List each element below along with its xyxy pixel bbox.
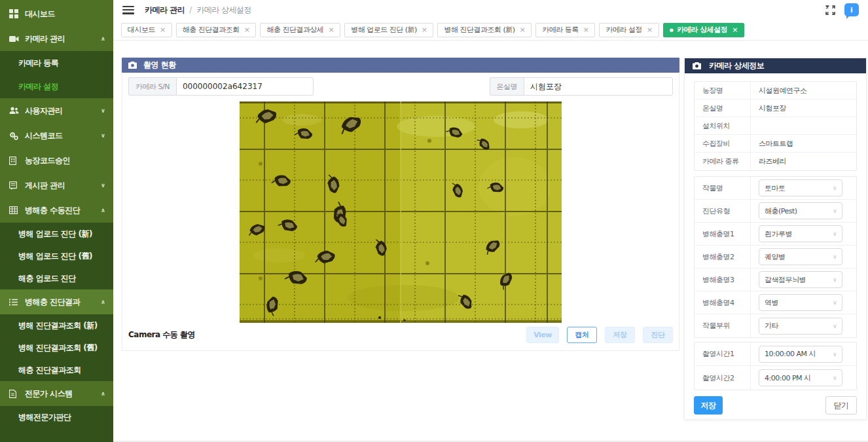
chevron-down-icon: ∨ <box>833 185 837 191</box>
tab-close-icon[interactable]: × <box>647 26 653 34</box>
tab-pest-results[interactable]: 해충 진단결과조회× <box>176 23 257 37</box>
detail-panel-footer: 저장 닫기 <box>694 396 857 414</box>
chevron-down-icon: ∨ <box>833 276 837 283</box>
chevron-up-icon: ∧ <box>101 35 105 42</box>
camera-info-table: 농장명시설원예연구소 온실명시험포장 설치위치 수집장비스마트트랩 카메라 종류… <box>694 81 857 171</box>
camera-icon <box>128 62 137 69</box>
table-row: 진단유형해충(Pest)∨ <box>695 200 856 223</box>
sidebar-item-diagnosis-results[interactable]: 병해충 진단결과 ∧ <box>0 289 113 314</box>
pest-name-2-select[interactable]: 궤양병∨ <box>759 248 842 265</box>
tab-close-icon[interactable]: × <box>520 26 526 34</box>
tab-close-icon[interactable]: × <box>422 26 427 34</box>
breadcrumb-separator: / <box>189 5 192 14</box>
tab-camera-settings[interactable]: 카메라 설정× <box>599 23 659 37</box>
capture-panel-header: 촬영 현황 <box>122 58 679 73</box>
tab-disease-upload-new[interactable]: 병해 업로드 진단 (新)× <box>344 23 433 37</box>
manual-capture-label: Camera 수동 촬영 <box>128 329 195 341</box>
sidebar-subitem-pest-results[interactable]: 해충 진단결과조회 <box>0 359 113 381</box>
tab-close-icon[interactable]: × <box>160 26 166 34</box>
tab-close-icon[interactable]: × <box>583 26 589 34</box>
chevron-down-icon: ∨ <box>833 299 837 306</box>
crop-name-select[interactable]: 토마토∨ <box>759 179 842 196</box>
greenhouse-name-input[interactable] <box>524 77 673 96</box>
chevron-up-icon: ∧ <box>101 207 105 213</box>
table-row: 병해충명2궤양병∨ <box>695 246 856 268</box>
table-row: 농장명시설원예연구소 <box>695 82 856 100</box>
sidebar-item-expert-system[interactable]: 전문가 시스템 ∧ <box>0 381 113 406</box>
capture-panel-title: 촬영 현황 <box>143 60 176 71</box>
capture-panel-body: 카메라 S/N 온실명 <box>122 73 679 351</box>
sidebar-subitem-camera-settings[interactable]: 카메라 설정 <box>0 75 113 98</box>
capture-panel-footer: Camera 수동 촬영 View 캡처 저장 진단 <box>128 327 673 343</box>
camera-icon <box>693 62 701 69</box>
sidebar-subitem-disease-results-old[interactable]: 병해 진단결과조회 (舊) <box>0 337 113 359</box>
video-camera-icon <box>9 35 25 43</box>
sticky-trap-photo <box>240 101 562 323</box>
tab-bar: 대시보드× 해충 진단결과조회× 해충 진단결과상세× 병해 업로드 진단 (新… <box>113 20 868 41</box>
sidebar-item-user-management[interactable]: 사용자관리 ∨ <box>0 98 113 123</box>
breadcrumb-section[interactable]: 카메라 관리 <box>145 5 185 16</box>
pest-name-3-select[interactable]: 갈색점무늬병∨ <box>759 271 842 288</box>
save-capture-button[interactable]: 저장 <box>605 327 635 343</box>
sidebar-item-camera-management[interactable]: 카메라 관리 ∧ <box>0 26 113 51</box>
camera-sn-input[interactable] <box>176 77 314 96</box>
tab-close-icon[interactable]: × <box>244 26 250 34</box>
sidebar-item-label: 대시보드 <box>25 9 105 20</box>
close-button[interactable]: 닫기 <box>825 396 857 414</box>
detail-panel-body: 농장명시설원예연구소 온실명시험포장 설치위치 수집장비스마트트랩 카메라 종류… <box>685 73 866 421</box>
capture-time-table: 촬영시간110:00:00 AM 시∨ 촬영시간24:00:00 PM 시∨ <box>694 342 857 390</box>
sidebar-item-label: 전문가 시스템 <box>25 388 101 399</box>
fullscreen-icon[interactable] <box>825 5 835 15</box>
diagnosis-type-select[interactable]: 해충(Pest)∨ <box>759 202 842 219</box>
sidebar-subitem-disease-upload-old[interactable]: 병해 업로드 진단 (舊) <box>0 245 113 267</box>
pest-name-1-select[interactable]: 흰가루병∨ <box>759 225 842 242</box>
tab-disease-results-new[interactable]: 병해 진단결과조회 (新)× <box>437 23 532 37</box>
main-area: 카메라 관리 / 카메라 상세설정 i 대시보드× 해충 진단결과조회× 해충 … <box>113 0 868 442</box>
capture-time-2-select[interactable]: 4:00:00 PM 시∨ <box>759 369 842 386</box>
tab-close-icon[interactable]: × <box>328 26 334 34</box>
message-notification-icon[interactable]: i <box>844 3 859 16</box>
tab-dashboard[interactable]: 대시보드× <box>121 23 172 37</box>
detail-panel-title: 카메라 상세정보 <box>709 60 764 71</box>
table-row: 병해충명4역병∨ <box>695 291 856 314</box>
sidebar-item-board-management[interactable]: 게시판 관리 ∨ <box>0 173 113 198</box>
sidebar-item-farm-code-approval[interactable]: 농장코드승인 <box>0 148 113 173</box>
expert-doc-icon <box>9 390 25 398</box>
breadcrumb-current-page: 카메라 상세설정 <box>196 5 251 16</box>
capture-status-panel: 촬영 현황 카메라 S/N 온실명 <box>122 58 679 351</box>
submenu-camera: 카메라 등록 카메라 설정 <box>0 51 113 98</box>
tab-pest-result-detail[interactable]: 해충 진단결과상세× <box>260 23 340 37</box>
sidebar-subitem-disease-upload-new[interactable]: 병해 업로드 진단 (新) <box>0 223 113 245</box>
capture-button[interactable]: 캡처 <box>567 327 597 343</box>
table-row: 병해충명1흰가루병∨ <box>695 223 856 246</box>
sidebar-item-label: 게시판 관리 <box>25 180 101 191</box>
diagnose-button[interactable]: 진단 <box>643 327 673 343</box>
crop-part-select[interactable]: 기타∨ <box>759 318 842 335</box>
tab-camera-register[interactable]: 카메라 등록× <box>535 23 595 37</box>
gears-icon <box>9 132 25 140</box>
sidebar-item-label: 병해충 수동진단 <box>25 205 101 216</box>
sidebar-subitem-camera-register[interactable]: 카메라 등록 <box>0 51 113 75</box>
sidebar-item-pest-manual-diagnosis[interactable]: 병해충 수동진단 ∧ <box>0 198 113 223</box>
sidebar-item-label: 사용자관리 <box>25 105 101 117</box>
pest-name-4-select[interactable]: 역병∨ <box>759 294 842 311</box>
submenu-diagnosis-results: 병해 진단결과조회 (新) 병해 진단결과조회 (舊) 해충 진단결과조회 <box>0 314 113 381</box>
tab-close-icon[interactable]: × <box>732 26 738 34</box>
chevron-down-icon: ∨ <box>101 182 105 189</box>
tab-camera-detail-settings[interactable]: ●카메라 상세설정× <box>663 23 744 37</box>
view-button[interactable]: View <box>526 327 559 343</box>
hamburger-menu-icon[interactable] <box>122 6 134 14</box>
capture-time-1-select[interactable]: 10:00:00 AM 시∨ <box>759 346 842 363</box>
app-window: 대시보드 카메라 관리 ∧ 카메라 등록 카메라 설정 사용자관리 ∨ 시스템코… <box>0 0 868 442</box>
chevron-down-icon: ∨ <box>833 208 837 214</box>
sidebar-subitem-disease-results-new[interactable]: 병해 진단결과조회 (新) <box>0 314 113 337</box>
save-button[interactable]: 저장 <box>694 396 723 414</box>
sidebar-subitem-disease-expert-judgment[interactable]: 병해전문가판단 <box>0 406 113 428</box>
sidebar-item-system-code[interactable]: 시스템코드 ∨ <box>0 123 113 148</box>
dashboard-icon <box>9 9 25 18</box>
chevron-up-icon: ∧ <box>101 299 105 305</box>
farm-code-icon <box>9 157 25 165</box>
chevron-down-icon: ∨ <box>833 351 837 358</box>
sidebar-subitem-pest-upload[interactable]: 해충 업로드 진단 <box>0 267 113 289</box>
sidebar-item-dashboard[interactable]: 대시보드 <box>0 1 113 26</box>
